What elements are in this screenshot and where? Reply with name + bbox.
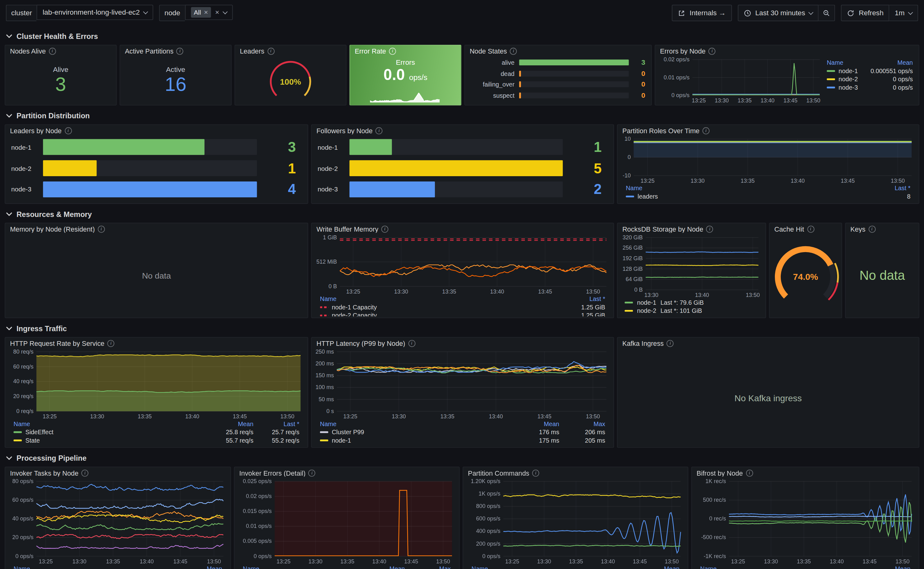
- info-icon[interactable]: i: [702, 127, 709, 134]
- legend-series[interactable]: node-1 Capacity: [319, 303, 518, 311]
- panel-title[interactable]: Bifrost by Node: [696, 470, 743, 477]
- panel-title[interactable]: Errors by Node: [660, 48, 705, 55]
- svg-text:150 ms: 150 ms: [316, 372, 334, 379]
- panel-title[interactable]: Partition Roles Over Time: [622, 127, 700, 134]
- invoker-errors-chart[interactable]: 0.025 ops/s0.02 ops/s0.015 ops/s0.01 ops…: [237, 479, 455, 564]
- svg-text:13:30: 13:30: [309, 558, 323, 564]
- refresh-button[interactable]: Refresh: [841, 5, 889, 21]
- bifrost-chart[interactable]: 1K rec/s500 rec/s0 rec/s-500 rec/s-1K re…: [694, 479, 915, 564]
- info-icon[interactable]: i: [64, 127, 72, 134]
- panel-title[interactable]: Kafka Ingress: [622, 340, 664, 347]
- section-resources-memory[interactable]: Resources & Memory: [0, 204, 924, 223]
- node-variable-select[interactable]: All × ×: [185, 5, 233, 20]
- info-icon[interactable]: i: [807, 226, 814, 233]
- legend-series[interactable]: SideEffect: [12, 428, 209, 436]
- legend-series[interactable]: State: [12, 436, 209, 444]
- info-icon[interactable]: i: [268, 48, 275, 55]
- panel-title[interactable]: Cache Hit: [774, 226, 804, 233]
- info-icon[interactable]: i: [510, 48, 517, 55]
- clear-all-icon[interactable]: ×: [215, 9, 219, 16]
- legend-series[interactable]: node-2: [826, 75, 863, 83]
- panel-title[interactable]: Invoker Tasks by Node: [10, 470, 78, 477]
- panel-title[interactable]: Error Rate: [355, 48, 386, 55]
- svg-text:13:45: 13:45: [633, 558, 647, 564]
- section-partition-distribution[interactable]: Partition Distribution: [0, 105, 924, 125]
- info-icon[interactable]: i: [709, 48, 716, 55]
- svg-text:13:35: 13:35: [340, 558, 354, 564]
- cluster-variable-select[interactable]: lab-environment-long-lived-ec2: [37, 5, 153, 20]
- panel-title[interactable]: Leaders: [240, 48, 264, 55]
- series-swatch: [827, 70, 835, 72]
- legend-series[interactable]: leaders: [624, 192, 812, 201]
- info-icon[interactable]: i: [408, 340, 415, 347]
- panel-title[interactable]: Active Partitions: [125, 48, 174, 55]
- info-icon[interactable]: i: [868, 226, 875, 233]
- info-icon[interactable]: i: [376, 127, 383, 134]
- info-icon[interactable]: i: [107, 340, 114, 347]
- panel-title[interactable]: Invoker Errors (Detail): [239, 470, 306, 477]
- panel-title[interactable]: Leaders by Node: [10, 127, 62, 134]
- svg-text:13:40: 13:40: [490, 289, 504, 295]
- legend-row[interactable]: node-2 Last *: 101 GiB: [624, 306, 758, 315]
- legend-series[interactable]: node-3: [826, 83, 863, 91]
- rocksdb-chart[interactable]: 320 GiB256 GiB192 GiB128 GiB64 GiB0 B13:…: [620, 235, 762, 298]
- zoom-out-button[interactable]: [819, 5, 835, 21]
- svg-text:1K rec/s: 1K rec/s: [705, 479, 726, 484]
- legend-series[interactable]: Cluster P99: [319, 428, 514, 436]
- partition-roles-chart[interactable]: 100-1013:2513:3013:3513:4013:4513:50: [620, 137, 915, 184]
- info-icon[interactable]: i: [98, 226, 105, 233]
- info-icon[interactable]: i: [49, 48, 56, 55]
- info-icon[interactable]: i: [706, 226, 714, 233]
- info-icon[interactable]: i: [309, 470, 316, 477]
- section-ingress-traffic[interactable]: Ingress Traffic: [0, 318, 924, 337]
- bar-track: [349, 139, 563, 155]
- legend-series[interactable]: node-2 Capacity: [319, 311, 518, 316]
- bar-fill: [43, 160, 96, 176]
- info-icon[interactable]: i: [389, 48, 396, 55]
- node-filter-pill[interactable]: All ×: [191, 7, 211, 18]
- info-icon[interactable]: i: [746, 470, 753, 477]
- section-title: Cluster Health & Errors: [17, 32, 98, 41]
- panel-title[interactable]: HTTP Request Rate by Service: [10, 340, 104, 347]
- panel-title[interactable]: Partition Commands: [468, 470, 529, 477]
- info-icon[interactable]: i: [177, 48, 184, 55]
- svg-text:13:30: 13:30: [691, 178, 705, 184]
- time-range-picker[interactable]: Last 30 minutes: [738, 5, 819, 21]
- bar-fill: [519, 82, 521, 87]
- panel-title[interactable]: HTTP Latency (P99 by Node): [316, 340, 405, 347]
- panel-title[interactable]: Nodes Alive: [10, 48, 46, 55]
- legend: Name Mean Last * SideEffect 25.8 req/s 2…: [8, 420, 304, 446]
- panel-title[interactable]: Keys: [850, 226, 865, 233]
- svg-text:600 ops/s: 600 ops/s: [476, 516, 500, 522]
- errors-by-node-chart[interactable]: 0.02 ops/s0.01 ops/s0 ops/s13:2513:3013:…: [658, 57, 823, 104]
- write-buffer-chart[interactable]: 1 GiB512 MiB0 B13:2513:3013:3513:4013:45…: [314, 235, 610, 294]
- info-icon[interactable]: i: [667, 340, 674, 347]
- info-icon[interactable]: i: [81, 470, 88, 477]
- legend-row[interactable]: node-1 Last *: 79.6 GiB: [624, 298, 758, 307]
- remove-filter-icon[interactable]: ×: [204, 9, 208, 16]
- svg-text:13:40: 13:40: [489, 413, 503, 420]
- bar-fill: [519, 60, 629, 66]
- legend-series[interactable]: node-1: [319, 436, 514, 444]
- info-icon[interactable]: i: [532, 470, 539, 477]
- panel-title[interactable]: RocksDB Storage by Node: [622, 226, 703, 233]
- section-cluster-health[interactable]: Cluster Health & Errors: [0, 26, 924, 45]
- svg-text:20 req/s: 20 req/s: [14, 393, 33, 399]
- partition-commands-chart[interactable]: 1.20K ops/s1K ops/s800 ops/s600 ops/s400…: [466, 479, 684, 564]
- internals-button[interactable]: Internals →: [672, 5, 732, 21]
- panel-title[interactable]: Node States: [470, 48, 507, 55]
- svg-text:256 GiB: 256 GiB: [623, 245, 643, 251]
- stat-value: 3: [55, 74, 66, 95]
- refresh-interval-select[interactable]: 1m: [889, 5, 918, 21]
- section-processing-pipeline[interactable]: Processing Pipeline: [0, 448, 924, 467]
- panel-title[interactable]: Write Buffer Memory: [316, 226, 378, 233]
- panel-title[interactable]: Followers by Node: [316, 127, 372, 134]
- legend: Name Mean node-1 completed 32.1 ops/s: [8, 564, 227, 569]
- http-rate-chart[interactable]: 80 req/s60 req/s40 req/s20 req/s0 req/s1…: [8, 349, 304, 419]
- svg-text:0 s: 0 s: [327, 408, 334, 414]
- info-icon[interactable]: i: [381, 226, 388, 233]
- legend-series[interactable]: node-1: [826, 67, 863, 75]
- invoker-tasks-chart[interactable]: 80 ops/s60 ops/s40 ops/s20 ops/s0 ops/s1…: [8, 479, 227, 564]
- panel-title[interactable]: Memory by Node (Resident): [10, 226, 94, 233]
- http-latency-chart[interactable]: 250 ms200 ms150 ms100 ms50 ms0 s13:2513:…: [314, 349, 610, 419]
